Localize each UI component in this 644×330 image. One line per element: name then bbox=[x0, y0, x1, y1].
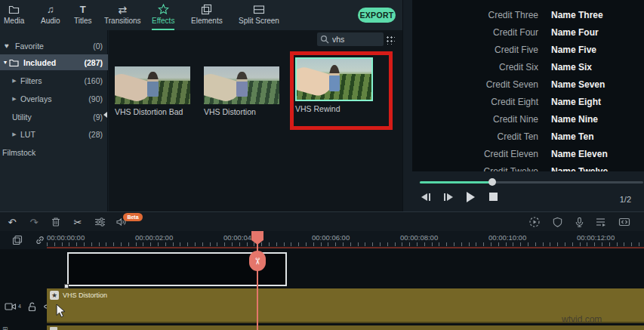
tab-label: Audio bbox=[41, 17, 60, 25]
effect-applied-star-icon: ★ bbox=[50, 291, 59, 300]
undo-icon[interactable]: ↶ bbox=[5, 214, 20, 230]
video-track-header: 4 bbox=[0, 288, 46, 324]
credit-role: Credit Six bbox=[425, 62, 538, 72]
sidebar-item-overlays[interactable]: ▶ Overlays (90) bbox=[0, 91, 108, 106]
playhead-handle[interactable] bbox=[251, 231, 263, 240]
item-count: (9) bbox=[93, 113, 103, 122]
credit-row: Credit FourName Four bbox=[425, 23, 636, 41]
tab-audio[interactable]: ♫ Audio bbox=[41, 3, 60, 29]
credit-name: Name Four bbox=[551, 27, 636, 38]
ruler-timestamp: 00:00:12:00 bbox=[577, 233, 615, 242]
credit-row: Credit SixName Six bbox=[425, 58, 636, 76]
credit-row: Credit TwelveName Twelve bbox=[425, 162, 636, 171]
effects-category-sidebar: ♥ Favorite (0) ▼ Included (287) ▶ Filter… bbox=[0, 30, 108, 211]
music-note-icon: ♫ bbox=[47, 3, 54, 16]
tab-split-screen[interactable]: Split Screen bbox=[239, 3, 279, 29]
credit-role: Credit Four bbox=[425, 27, 538, 38]
page-indicator: 1/2 bbox=[620, 195, 631, 204]
link-icon[interactable] bbox=[33, 233, 47, 247]
search-input[interactable] bbox=[317, 32, 384, 46]
tab-media[interactable]: Media bbox=[4, 3, 24, 29]
ruler-timestamp: 00:00:06:00 bbox=[312, 233, 350, 242]
cut-scissors-badge[interactable]: ✂ bbox=[249, 251, 266, 271]
lock-open-icon[interactable] bbox=[27, 301, 37, 312]
clip-label: VHS Distortion bbox=[63, 291, 107, 299]
effect-thumbnail-selected bbox=[295, 57, 373, 101]
ruler-timestamp: 00:00:08:00 bbox=[400, 233, 438, 242]
credit-name: Name Twelve bbox=[551, 166, 636, 172]
effect-card-vhs-rewind[interactable]: VHS Rewind bbox=[295, 57, 373, 113]
mixer-icon[interactable] bbox=[593, 214, 609, 230]
add-track-icon[interactable]: ⊞ bbox=[2, 325, 8, 330]
sidebar-item-label: Included bbox=[23, 58, 56, 67]
credit-name: Name Ten bbox=[551, 131, 636, 142]
credit-role: Credit Nine bbox=[425, 114, 538, 125]
media-folder-icon bbox=[8, 3, 20, 16]
sidebar-item-utility[interactable]: Utility (9) bbox=[0, 109, 108, 125]
delete-icon[interactable] bbox=[48, 214, 63, 230]
sidebar-item-label: Favorite bbox=[15, 42, 44, 51]
ruler-timestamp: 00:00:00:00 bbox=[47, 233, 85, 242]
tab-titles[interactable]: T Titles bbox=[74, 3, 92, 29]
panel-collapse-arrow-icon[interactable] bbox=[103, 112, 107, 118]
caret-right-icon: ▶ bbox=[11, 78, 18, 84]
titles-t-icon: T bbox=[80, 3, 86, 16]
video-clip-partial[interactable] bbox=[47, 325, 644, 330]
tab-effects[interactable]: Effects bbox=[152, 3, 174, 29]
credit-name: Name Eleven bbox=[551, 149, 636, 159]
caret-down-icon: ▼ bbox=[2, 60, 9, 65]
effect-card-vhs-distortion-bad[interactable]: VHS Distortion Bad bbox=[115, 66, 190, 116]
item-count: (160) bbox=[84, 76, 103, 85]
tab-label: Titles bbox=[74, 17, 92, 25]
ruler-timestamp: 00:00:02:00 bbox=[135, 233, 173, 242]
next-frame-button[interactable] bbox=[444, 193, 453, 201]
record-voiceover-mic-icon[interactable] bbox=[572, 214, 587, 230]
play-button[interactable] bbox=[467, 192, 475, 202]
beta-badge: Beta bbox=[123, 213, 143, 221]
seek-progress bbox=[420, 181, 492, 184]
seek-slider[interactable] bbox=[420, 178, 643, 186]
elements-layers-icon bbox=[201, 3, 212, 16]
effect-card-label: VHS Distortion bbox=[204, 107, 279, 116]
credit-role: Credit Three bbox=[425, 10, 538, 20]
sidebar-item-favorite[interactable]: ♥ Favorite (0) bbox=[0, 38, 108, 54]
tab-transitions[interactable]: ⇄ Transitions bbox=[104, 3, 141, 29]
render-preview-icon[interactable] bbox=[527, 214, 542, 230]
grid-view-icon[interactable] bbox=[385, 35, 395, 45]
tab-label: Media bbox=[4, 17, 24, 25]
timeline-section: ↶ ↷ ✂ Beta bbox=[0, 211, 644, 330]
sidebar-item-filmstock[interactable]: Filmstock bbox=[0, 144, 108, 160]
credit-row: Credit SevenName Seven bbox=[425, 76, 636, 93]
item-count: (0) bbox=[93, 42, 103, 51]
tab-elements[interactable]: Elements bbox=[191, 3, 223, 29]
sidebar-item-filters[interactable]: ▶ Filters (160) bbox=[0, 72, 108, 88]
effect-card-vhs-distortion[interactable]: VHS Distortion bbox=[204, 66, 279, 116]
credit-name: Name Five bbox=[551, 45, 636, 55]
track-number: 4 bbox=[18, 304, 21, 309]
sidebar-item-lut[interactable]: ▶ LUT (28) bbox=[0, 126, 108, 142]
ruler-ticks bbox=[47, 242, 644, 246]
seek-handle[interactable] bbox=[488, 178, 496, 186]
redo-icon[interactable]: ↷ bbox=[26, 214, 42, 230]
credit-row: Credit ElevenName Eleven bbox=[425, 145, 636, 162]
credit-name: Name Seven bbox=[551, 79, 636, 90]
preview-video-area: Credit ThreeName Three Credit FourName F… bbox=[412, 0, 644, 171]
split-screen-icon bbox=[253, 3, 265, 16]
marker-shield-icon[interactable] bbox=[550, 214, 565, 230]
adjust-sliders-icon[interactable] bbox=[92, 214, 107, 230]
split-scissors-icon[interactable]: ✂ bbox=[70, 214, 85, 230]
sidebar-item-included[interactable]: ▼ Included (287) bbox=[0, 54, 108, 70]
fit-timeline-icon[interactable] bbox=[617, 214, 632, 230]
app-window: Media ♫ Audio T Titles ⇄ Transitions Eff… bbox=[0, 0, 644, 330]
previous-frame-button[interactable] bbox=[421, 193, 430, 201]
timeline-ruler[interactable]: 00:00:00:00 00:00:02:00 00:00:04:00 00:0… bbox=[0, 231, 644, 249]
export-button[interactable]: EXPORT bbox=[358, 8, 396, 23]
manage-tracks-icon[interactable] bbox=[11, 233, 24, 247]
caret-right-icon: ▶ bbox=[11, 96, 18, 102]
tab-label: Effects bbox=[152, 17, 174, 25]
sidebar-item-label: Overlays bbox=[20, 94, 51, 103]
stop-button[interactable] bbox=[489, 193, 498, 201]
credit-row: Credit FiveName Five bbox=[425, 41, 636, 58]
effect-applied-star-icon bbox=[50, 327, 57, 330]
video-clip-vhs-distortion[interactable]: ★ VHS Distortion bbox=[47, 288, 644, 323]
